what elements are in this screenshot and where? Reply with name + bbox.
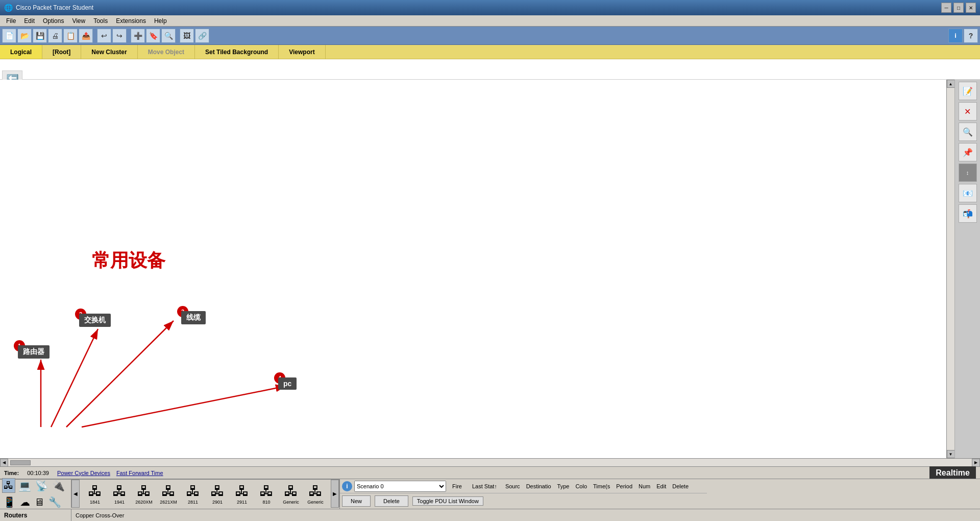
models-scroll-right[interactable]: ▶	[331, 480, 339, 508]
model-1841[interactable]: 🖧 1841	[84, 483, 106, 505]
scroll-up-button[interactable]: ▲	[947, 80, 955, 88]
rp-pin-button[interactable]: 📌	[959, 143, 977, 161]
scroll-right-button[interactable]: ▶	[972, 459, 980, 467]
edit-col-header: Edit	[654, 483, 668, 489]
fast-forward-button[interactable]: Fast Forward Time	[116, 470, 163, 476]
pdu-buttons: New Delete Toggle PDU List Window	[340, 493, 707, 509]
hub-cat-icon[interactable]: 📡	[34, 479, 49, 493]
model-810[interactable]: 🖧 810	[255, 483, 278, 505]
menu-options[interactable]: Options	[39, 16, 68, 26]
model-2620xm[interactable]: 🖧 2620XM	[133, 483, 155, 505]
model-2621xm[interactable]: 🖧 2621XM	[157, 483, 180, 505]
rp-email2-button[interactable]: 📬	[959, 204, 977, 223]
model-generic-2[interactable]: 🖧 Generic	[304, 483, 327, 505]
copy-button[interactable]: 📋	[63, 29, 78, 43]
scroll-left-button[interactable]: ◀	[0, 459, 8, 467]
multi-cat-icon[interactable]: 🔧	[47, 495, 62, 509]
root-button[interactable]: [Root]	[42, 45, 81, 59]
back-icon-area: 🔙	[0, 59, 980, 80]
viewport-button[interactable]: Viewport	[279, 45, 325, 59]
device-models-area: ◀ 🖧 1841 🖧 1941 🖧 2620XM	[71, 480, 339, 508]
menu-extensions[interactable]: Extensions	[112, 16, 150, 26]
device-panel: 🖧 💻 📡 🔌 📱 ☁ 🖥 🔧 ◀	[0, 479, 339, 507]
menu-edit[interactable]: Edit	[20, 16, 39, 26]
time-value: 00:10:39	[27, 470, 49, 476]
scroll-track[interactable]	[947, 88, 955, 450]
title-text: Cisco Packet Tracer Student	[16, 4, 941, 11]
menu-view[interactable]: View	[68, 16, 89, 26]
menu-help[interactable]: Help	[150, 16, 171, 26]
realtime-button[interactable]: Realtime	[929, 466, 976, 480]
delete-pdu-button[interactable]: Delete	[375, 495, 408, 507]
canvas-main[interactable]: 常用设备	[0, 80, 946, 458]
scroll-down-button[interactable]: ▼	[947, 450, 955, 458]
minimize-button[interactable]: ─	[941, 3, 951, 13]
delete-col-header: Delete	[670, 483, 691, 489]
search-button[interactable]: 🔍	[161, 29, 176, 43]
time-label: Time:	[4, 470, 19, 476]
label-cable: 线缆	[181, 311, 206, 324]
status-bar: Time: 00:10:39 Power Cycle Devices Fast …	[0, 466, 980, 479]
models-scroll-left[interactable]: ◀	[71, 480, 80, 508]
window-controls: ─ □ ✕	[941, 3, 976, 13]
right-scrollbar[interactable]: ▲ ▼	[946, 80, 954, 458]
model-generic-1[interactable]: 🖧 Generic	[280, 483, 302, 505]
wireless-cat-icon[interactable]: 🔌	[51, 479, 66, 493]
info-button[interactable]: i	[948, 29, 963, 43]
new-file-button[interactable]: 📄	[2, 29, 16, 43]
type-col-header: Type	[555, 483, 572, 489]
menu-tools[interactable]: Tools	[89, 16, 112, 26]
h-scroll-thumb[interactable]	[10, 460, 31, 465]
save-button[interactable]: 💾	[33, 29, 47, 43]
move-object-button[interactable]: Move Object	[138, 45, 195, 59]
security-cat-icon[interactable]: 📱	[2, 495, 17, 509]
rp-move-button[interactable]: ↕	[959, 163, 977, 182]
model-2811[interactable]: 🖧 2811	[182, 483, 204, 505]
switch-cat-icon[interactable]: 💻	[17, 479, 32, 493]
period-col-header: Period	[614, 483, 634, 489]
help-button[interactable]: ?	[964, 29, 978, 43]
link-button[interactable]: 🔗	[195, 29, 209, 43]
svg-line-2	[51, 329, 98, 427]
logical-button[interactable]: Logical	[0, 45, 42, 59]
print-button[interactable]: 🖨	[48, 29, 62, 43]
device-label-bar: Routers Copper Cross-Over	[0, 509, 980, 521]
rp-delete-button[interactable]: ✕	[959, 102, 977, 121]
device-model-label: Copper Cross-Over	[71, 512, 980, 518]
scenario-select[interactable]: Scenario 0	[354, 481, 446, 492]
model-2901[interactable]: 🖧 2901	[206, 483, 229, 505]
menu-bar: File Edit Options View Tools Extensions …	[0, 15, 980, 27]
image-button[interactable]: 🖼	[180, 29, 194, 43]
custom-cat-icon[interactable]: 🖥	[33, 495, 45, 509]
router-cat-icon[interactable]: 🖧	[2, 478, 15, 493]
maximize-button[interactable]: □	[953, 3, 964, 13]
logical-label: Logical	[10, 49, 32, 56]
app-icon: 🌐	[4, 4, 13, 12]
new-pdu-button[interactable]: New	[342, 495, 371, 507]
rp-zoom-button[interactable]: 🔍	[959, 123, 977, 141]
wan-cat-icon[interactable]: ☁	[19, 495, 31, 509]
model-2911[interactable]: 🖧 2911	[231, 483, 253, 505]
rp-email-button[interactable]: 📧	[959, 184, 977, 202]
h-scroll-track[interactable]	[8, 459, 972, 467]
fire-col-header: Fire	[448, 483, 466, 489]
model-1941[interactable]: 🖧 1941	[108, 483, 131, 505]
undo-button[interactable]: ↩	[97, 29, 111, 43]
toggle-pdu-button[interactable]: Toggle PDU List Window	[412, 496, 483, 506]
set-tiled-bg-button[interactable]: Set Tiled Background	[195, 45, 279, 59]
canvas-with-scrollbar: 常用设备	[0, 80, 980, 458]
dest-col-header: Destinatio	[524, 483, 553, 489]
bookmark-button[interactable]: 🔖	[146, 29, 160, 43]
category-row-1: 🖧 💻 📡 🔌	[0, 477, 71, 494]
rp-note-button[interactable]: 📝	[959, 82, 977, 100]
paste-button[interactable]: 📤	[79, 29, 93, 43]
pdu-panel: i Scenario 0 Fire Last Stat↑ Sourc Desti…	[339, 479, 707, 509]
open-file-button[interactable]: 📂	[17, 29, 32, 43]
close-button[interactable]: ✕	[966, 3, 976, 13]
zoom-in-button[interactable]: ➕	[131, 29, 145, 43]
new-cluster-button[interactable]: New Cluster	[81, 45, 137, 59]
menu-file[interactable]: File	[2, 16, 20, 26]
redo-button[interactable]: ↪	[112, 29, 127, 43]
power-cycle-button[interactable]: Power Cycle Devices	[57, 470, 110, 476]
scenario-row: i Scenario 0 Fire Last Stat↑ Sourc Desti…	[340, 479, 707, 493]
